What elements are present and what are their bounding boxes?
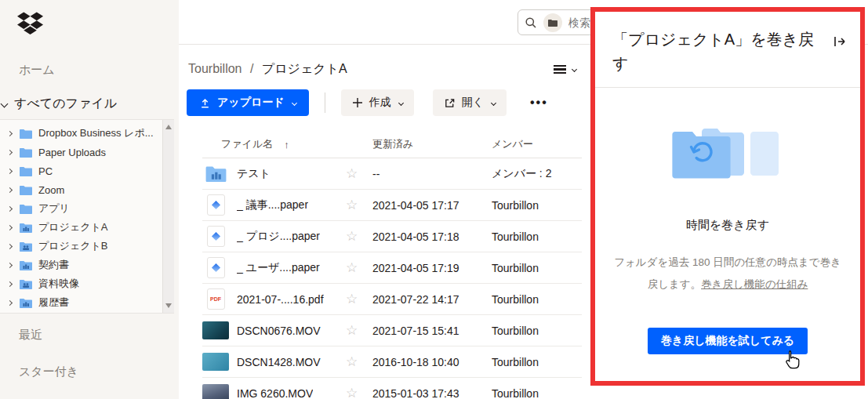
file-name[interactable]: テスト (237, 167, 271, 181)
folder-icon (548, 19, 557, 27)
collapse-panel-icon[interactable] (832, 34, 848, 53)
chevron-right-icon (7, 168, 13, 173)
breadcrumb-parent-link[interactable]: Tourbillon (188, 62, 242, 75)
star-icon[interactable]: ☆ (346, 229, 358, 244)
sidebar-item-starred[interactable]: スター付き (19, 365, 78, 379)
file-member: Tourbillon (492, 199, 562, 212)
table-row[interactable]: DSCN0676.MOV ☆ 2021-07-15 15:41 Tourbill… (202, 315, 582, 346)
upload-label: アップロード (217, 96, 285, 110)
try-rewind-button[interactable]: 巻き戻し機能を試してみる (648, 328, 808, 354)
chevron-right-icon (7, 281, 13, 286)
dropbox-logo-icon[interactable] (17, 11, 44, 39)
sidebar-item-recent[interactable]: 最近 (19, 328, 42, 343)
chevron-right-icon (7, 187, 13, 192)
folder-label: プロジェクトA (38, 220, 108, 234)
folder-label: PC (38, 165, 53, 177)
tree-item-folder[interactable]: Paper Uploads (8, 143, 174, 161)
file-name[interactable]: DSCN0676.MOV (237, 325, 321, 337)
star-icon[interactable]: ☆ (346, 198, 358, 212)
table-row[interactable]: _ 議事....paper ☆ 2021-04-05 17:17 Tourbil… (202, 190, 582, 221)
folder-tree: Dropbox Business レポ... Paper Uploads PC … (0, 119, 174, 314)
star-icon[interactable]: ☆ (346, 166, 358, 181)
folder-label: 履歴書 (38, 296, 69, 310)
column-name[interactable]: ファイル名 (221, 137, 273, 151)
open-external-icon (444, 97, 456, 109)
column-updated[interactable]: 更新済み (372, 137, 492, 151)
tree-item-folder[interactable]: プロジェクトB (8, 237, 174, 256)
table-row[interactable]: _ ユーザ....paper ☆ 2021-04-05 17:19 Tourbi… (202, 252, 582, 284)
tree-item-folder[interactable]: PC (8, 161, 174, 180)
file-name[interactable]: _ 議事....paper (237, 198, 308, 212)
sort-ascending-icon[interactable]: ↑ (284, 139, 289, 151)
file-updated: 2021-07-15 15:41 (372, 325, 492, 337)
sidebar-item-all-files[interactable]: すべてのファイル (2, 96, 117, 112)
file-name[interactable]: _ プロジ....paper (237, 230, 320, 244)
video-thumbnail (202, 353, 229, 371)
dropbox-app-window: ホーム すべてのファイル Dropbox Business レポ... Pape… (0, 0, 868, 399)
star-icon[interactable]: ☆ (346, 292, 358, 307)
upload-button[interactable]: アップロード (187, 89, 309, 116)
table-row[interactable]: IMG 6260.MOV ☆ 2015-01-03 17:43 Tourbill… (202, 378, 582, 399)
tree-item-folder[interactable]: Dropbox Business レポ... (8, 124, 174, 143)
more-actions-button[interactable]: ••• (525, 96, 553, 110)
star-icon[interactable]: ☆ (346, 354, 358, 369)
table-row[interactable]: _ プロジ....paper ☆ 2021-04-05 17:18 Tourbi… (202, 221, 582, 252)
scroll-down-icon[interactable] (165, 303, 172, 308)
tree-item-folder[interactable]: 履歴書 (8, 293, 174, 312)
file-member: Tourbillon (492, 325, 562, 337)
team-folder-icon (20, 298, 32, 308)
folder-label: 資料映像 (38, 277, 79, 291)
file-member: Tourbillon (492, 356, 562, 368)
file-updated: 2021-04-05 17:19 (372, 262, 492, 274)
chevron-down-icon (491, 100, 496, 105)
file-name[interactable]: IMG 6260.MOV (237, 387, 313, 399)
paper-doc-icon (207, 226, 225, 247)
folder-icon (20, 129, 32, 139)
column-members[interactable]: メンバー (492, 137, 562, 151)
chevron-right-icon (7, 299, 13, 305)
table-header: ファイル名 ↑ 更新済み メンバー (202, 131, 582, 158)
view-toggle-button[interactable] (554, 63, 576, 76)
folder-label: Zoom (38, 184, 64, 196)
create-button[interactable]: 作成 (341, 89, 414, 116)
table-row[interactable]: テスト ☆ -- メンバー : 2 (202, 158, 582, 190)
star-icon[interactable]: ☆ (346, 260, 358, 275)
folder-label: プロジェクトB (38, 239, 108, 253)
folder-icon (20, 185, 32, 195)
folder-icon (20, 147, 32, 158)
sidebar-item-home[interactable]: ホーム (19, 63, 55, 78)
rewind-panel-header: 「プロジェクトA」を巻き戻す (595, 12, 860, 88)
tree-scrollbar[interactable] (162, 120, 174, 313)
file-name[interactable]: DSCN1428.MOV (237, 356, 321, 368)
all-files-label: すべてのファイル (14, 96, 117, 112)
search-icon (525, 16, 537, 29)
table-row[interactable]: DSCN1428.MOV ☆ 2016-10-18 10:40 Tourbill… (202, 346, 582, 378)
upload-icon (199, 97, 211, 109)
chevron-down-icon (1, 100, 9, 108)
rewind-folders-illustration (672, 124, 783, 185)
search-scope-chip[interactable] (543, 13, 562, 32)
chevron-right-icon (7, 262, 13, 267)
rewind-how-it-works-link[interactable]: 巻き戻し機能の仕組み (701, 278, 808, 290)
file-member: Tourbillon (492, 262, 562, 274)
open-button[interactable]: 開く (433, 89, 507, 116)
file-name[interactable]: 2021-07-....16.pdf (237, 293, 324, 306)
scroll-up-icon[interactable] (165, 125, 172, 129)
chevron-right-icon (7, 243, 13, 248)
chevron-down-icon (292, 100, 297, 105)
team-folder-icon (20, 260, 32, 270)
tree-item-folder[interactable]: 資料映像 (8, 274, 174, 293)
table-row[interactable]: PDF 2021-07-....16.pdf ☆ 2021-07-22 14:1… (202, 284, 582, 315)
chevron-right-icon (7, 224, 13, 230)
file-updated: 2021-04-05 17:17 (372, 199, 492, 212)
tree-item-folder[interactable]: Zoom (8, 180, 174, 199)
tree-item-folder[interactable]: アプリ (8, 199, 174, 218)
star-icon[interactable]: ☆ (346, 386, 358, 399)
paper-doc-icon (207, 257, 225, 278)
tree-item-folder[interactable]: プロジェクトA (8, 218, 174, 237)
file-name[interactable]: _ ユーザ....paper (237, 261, 320, 275)
file-updated: 2021-04-05 17:18 (372, 230, 492, 243)
star-icon[interactable]: ☆ (346, 323, 358, 338)
rewind-heading: 時間を巻き戻す (595, 218, 860, 233)
tree-item-folder[interactable]: 契約書 (8, 256, 174, 274)
